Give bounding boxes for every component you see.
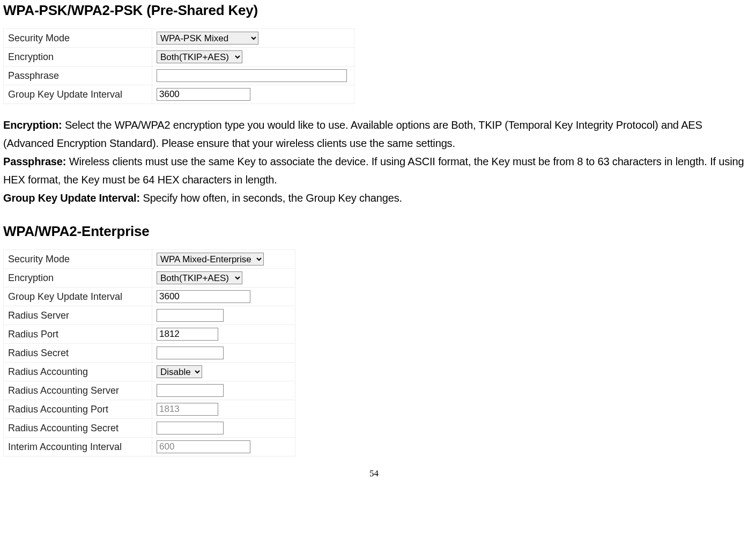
passphrase-input[interactable] bbox=[157, 69, 347, 82]
table-row: Radius Accounting Disable bbox=[4, 363, 295, 381]
psk-config-table: Security Mode WPA-PSK Mixed Encryption B… bbox=[3, 28, 354, 104]
radius-accounting-select[interactable]: Disable bbox=[157, 365, 202, 378]
gkui-description-label: Group Key Update Interval: bbox=[3, 192, 140, 204]
table-row: Radius Server bbox=[4, 306, 295, 325]
ent-gkui-input[interactable] bbox=[157, 290, 250, 303]
gkui-description-text: Specify how often, in seconds, the Group… bbox=[140, 192, 402, 204]
table-row: Passphrase bbox=[4, 67, 354, 85]
table-row: Group Key Update Interval bbox=[4, 288, 295, 306]
table-row: Security Mode WPA-PSK Mixed bbox=[4, 29, 354, 48]
gkui-label: Group Key Update Interval bbox=[4, 85, 152, 104]
security-mode-label: Security Mode bbox=[4, 29, 152, 48]
passphrase-description-text: Wireless clients must use the same Key t… bbox=[3, 156, 744, 186]
table-row: Interim Accounting Interval bbox=[4, 438, 295, 456]
radius-acc-port-label: Radius Accounting Port bbox=[4, 400, 152, 419]
radius-acc-secret-input bbox=[157, 422, 224, 434]
encryption-label: Encryption bbox=[4, 48, 152, 67]
gkui-description: Group Key Update Interval: Specify how o… bbox=[3, 189, 745, 207]
radius-acc-port-input bbox=[157, 403, 218, 416]
passphrase-description: Passphrase: Wireless clients must use th… bbox=[3, 152, 745, 189]
security-mode-select[interactable]: WPA-PSK Mixed bbox=[157, 32, 258, 45]
passphrase-description-label: Passphrase: bbox=[3, 156, 66, 167]
table-row: Radius Accounting Port bbox=[4, 400, 295, 419]
radius-accounting-label: Radius Accounting bbox=[4, 363, 152, 381]
ent-gkui-label: Group Key Update Interval bbox=[4, 288, 152, 306]
interim-interval-label: Interim Accounting Interval bbox=[4, 438, 152, 456]
ent-security-mode-label: Security Mode bbox=[4, 250, 152, 269]
table-row: Encryption Both(TKIP+AES) bbox=[4, 48, 354, 67]
section-title-enterprise: WPA/WPA2-Enterprise bbox=[3, 223, 745, 240]
radius-server-input[interactable] bbox=[157, 309, 224, 322]
ent-encryption-select[interactable]: Both(TKIP+AES) bbox=[157, 271, 242, 284]
radius-port-label: Radius Port bbox=[4, 325, 152, 344]
radius-server-label: Radius Server bbox=[4, 306, 152, 325]
encryption-description-label: Encryption: bbox=[3, 119, 62, 131]
ent-security-mode-select[interactable]: WPA Mixed-Enterprise bbox=[157, 253, 264, 266]
enterprise-config-table: Security Mode WPA Mixed-Enterprise Encry… bbox=[3, 249, 295, 456]
table-row: Security Mode WPA Mixed-Enterprise bbox=[4, 250, 295, 269]
radius-acc-server-input bbox=[157, 384, 224, 397]
table-row: Group Key Update Interval bbox=[4, 85, 354, 104]
table-row: Encryption Both(TKIP+AES) bbox=[4, 269, 295, 288]
encryption-description: Encryption: Select the WPA/WPA2 encrypti… bbox=[3, 116, 745, 152]
table-row: Radius Accounting Secret bbox=[4, 419, 295, 438]
gkui-input[interactable] bbox=[157, 88, 250, 101]
encryption-description-text: Select the WPA/WPA2 encryption type you … bbox=[3, 119, 702, 149]
page-number: 54 bbox=[3, 468, 745, 479]
table-row: Radius Port bbox=[4, 325, 295, 344]
section-title-psk: WPA-PSK/WPA2-PSK (Pre-Shared Key) bbox=[3, 2, 745, 19]
radius-secret-input[interactable] bbox=[157, 347, 224, 359]
radius-secret-label: Radius Secret bbox=[4, 344, 152, 363]
radius-acc-secret-label: Radius Accounting Secret bbox=[4, 419, 152, 438]
interim-interval-input bbox=[157, 440, 250, 453]
table-row: Radius Secret bbox=[4, 344, 295, 363]
ent-encryption-label: Encryption bbox=[4, 269, 152, 288]
table-row: Radius Accounting Server bbox=[4, 381, 295, 400]
passphrase-label: Passphrase bbox=[4, 67, 152, 85]
encryption-select[interactable]: Both(TKIP+AES) bbox=[157, 50, 242, 63]
radius-port-input[interactable] bbox=[157, 328, 218, 341]
radius-acc-server-label: Radius Accounting Server bbox=[4, 381, 152, 400]
